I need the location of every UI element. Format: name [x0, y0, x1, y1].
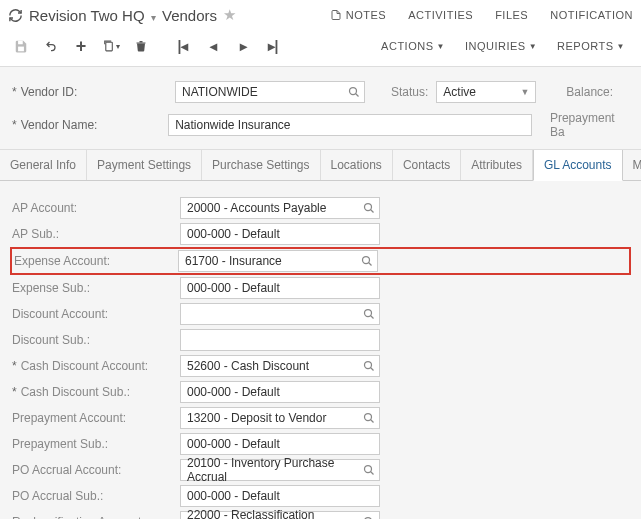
tab-attributes[interactable]: Attributes	[461, 150, 533, 180]
notes-link[interactable]: NOTES	[322, 8, 394, 22]
tab-purchase-settings[interactable]: Purchase Settings	[202, 150, 320, 180]
gl-row: Prepayment Sub.:000-000 - Default	[12, 431, 629, 457]
tab-contacts[interactable]: Contacts	[393, 150, 461, 180]
status-select[interactable]: Active ▼	[436, 81, 536, 103]
breadcrumb[interactable]: Revision Two HQ ▾ Vendors	[29, 7, 217, 24]
tab-payment-settings[interactable]: Payment Settings	[87, 150, 202, 180]
reports-menu[interactable]: REPORTS▼	[549, 36, 633, 56]
gl-row-label: Discount Account:	[12, 307, 180, 321]
vendor-id-input[interactable]: NATIONWIDE	[175, 81, 365, 103]
prepayment-label: Prepayment Ba	[550, 111, 629, 139]
svg-rect-1	[18, 47, 24, 52]
gl-row: Discount Account:	[12, 301, 629, 327]
gl-row: *Cash Discount Sub.:000-000 - Default	[12, 379, 629, 405]
gl-row-label: Prepayment Account:	[12, 411, 180, 425]
gl-accounts-panel: AP Account:20000 - Accounts PayableAP Su…	[0, 181, 641, 519]
svg-line-10	[369, 263, 372, 266]
save-button[interactable]	[8, 34, 34, 58]
gl-row-label: Expense Sub.:	[12, 281, 180, 295]
files-link[interactable]: FILES	[487, 9, 536, 21]
svg-line-12	[371, 316, 374, 319]
svg-point-5	[350, 88, 357, 95]
gl-row-input[interactable]	[180, 329, 380, 351]
undo-button[interactable]	[38, 34, 64, 58]
gl-row: AP Account:20000 - Accounts Payable	[12, 195, 629, 221]
activities-link[interactable]: ACTIVITIES	[400, 9, 481, 21]
refresh-icon[interactable]	[8, 8, 23, 23]
gl-row-input[interactable]: 000-000 - Default	[180, 223, 380, 245]
gl-row-label: *Cash Discount Sub.:	[12, 385, 180, 399]
balance-label: Balance:	[566, 85, 613, 99]
gl-row-input[interactable]: 13200 - Deposit to Vendor	[180, 407, 380, 429]
last-record-button[interactable]: ▸|	[260, 34, 286, 58]
chevron-down-icon: ▼	[617, 42, 625, 51]
star-icon[interactable]: ★	[223, 6, 236, 24]
add-button[interactable]: +	[68, 34, 94, 58]
inquiries-menu[interactable]: INQUIRIES▼	[457, 36, 545, 56]
svg-point-17	[365, 466, 372, 473]
svg-line-8	[371, 210, 374, 213]
prev-record-button[interactable]: ◂	[200, 34, 226, 58]
svg-point-7	[365, 204, 372, 211]
breadcrumb-page: Vendors	[162, 7, 217, 24]
gl-row: AP Sub.:000-000 - Default	[12, 221, 629, 247]
vendor-name-input[interactable]: Nationwide Insurance	[168, 114, 532, 136]
gl-row-label: AP Sub.:	[12, 227, 180, 241]
svg-rect-3	[140, 41, 143, 43]
gl-row-input[interactable]: 22000 - Reclassification Account	[180, 511, 380, 519]
gl-row-input[interactable]: 000-000 - Default	[180, 277, 380, 299]
search-icon[interactable]	[363, 308, 375, 320]
svg-line-16	[371, 420, 374, 423]
tab-strip: General Info Payment Settings Purchase S…	[0, 149, 641, 181]
gl-row-input[interactable]: 20000 - Accounts Payable	[180, 197, 380, 219]
gl-row: Expense Account:61700 - Insurance	[10, 247, 631, 275]
gl-row-input[interactable]: 61700 - Insurance	[178, 250, 378, 272]
gl-row-input[interactable]: 20100 - Inventory Purchase Accrual	[180, 459, 380, 481]
search-icon[interactable]	[363, 360, 375, 372]
gl-row-label: PO Accrual Account:	[12, 463, 180, 477]
chevron-down-icon: ▾	[149, 12, 158, 23]
search-icon[interactable]	[363, 202, 375, 214]
gl-row-label: Reclassification Account:	[12, 515, 180, 519]
gl-row-label: Discount Sub.:	[12, 333, 180, 347]
tab-gl-accounts[interactable]: GL Accounts	[533, 150, 623, 181]
tab-general-info[interactable]: General Info	[0, 150, 87, 180]
vendor-header-panel: *Vendor ID: NATIONWIDE Status: Active ▼ …	[0, 67, 641, 149]
gl-row-input[interactable]: 000-000 - Default	[180, 485, 380, 507]
tab-mailing-settings[interactable]: Mailing Settings	[623, 150, 641, 180]
svg-line-14	[371, 368, 374, 371]
delete-button[interactable]	[128, 34, 154, 58]
notes-icon	[330, 8, 342, 22]
actions-menu[interactable]: ACTIONS▼	[373, 36, 453, 56]
svg-line-18	[371, 472, 374, 475]
svg-rect-0	[18, 41, 23, 45]
gl-row: Expense Sub.:000-000 - Default	[12, 275, 629, 301]
gl-row-input[interactable]: 52600 - Cash Discount	[180, 355, 380, 377]
next-record-button[interactable]: ▸	[230, 34, 256, 58]
first-record-button[interactable]: |◂	[170, 34, 196, 58]
svg-rect-2	[106, 42, 113, 51]
gl-row-input[interactable]: 000-000 - Default	[180, 381, 380, 403]
tab-locations[interactable]: Locations	[321, 150, 393, 180]
svg-point-11	[365, 310, 372, 317]
svg-point-15	[365, 414, 372, 421]
breadcrumb-org: Revision Two HQ	[29, 7, 145, 24]
search-icon[interactable]	[363, 464, 375, 476]
gl-row: Reclassification Account:22000 - Reclass…	[12, 509, 629, 519]
gl-row-label: AP Account:	[12, 201, 180, 215]
svg-rect-4	[137, 43, 146, 44]
gl-row-label: Prepayment Sub.:	[12, 437, 180, 451]
gl-row: PO Accrual Sub.:000-000 - Default	[12, 483, 629, 509]
gl-row: PO Accrual Account:20100 - Inventory Pur…	[12, 457, 629, 483]
search-icon[interactable]	[363, 412, 375, 424]
svg-point-13	[365, 362, 372, 369]
chevron-down-icon: ▼	[520, 87, 529, 97]
gl-row-input[interactable]	[180, 303, 380, 325]
search-icon[interactable]	[361, 255, 373, 267]
gl-row: Prepayment Account:13200 - Deposit to Ve…	[12, 405, 629, 431]
gl-row-input[interactable]: 000-000 - Default	[180, 433, 380, 455]
chevron-down-icon: ▼	[437, 42, 445, 51]
search-icon[interactable]	[348, 86, 360, 98]
notifications-link[interactable]: NOTIFICATION	[542, 9, 633, 21]
clipboard-button[interactable]: ▾	[98, 34, 124, 58]
